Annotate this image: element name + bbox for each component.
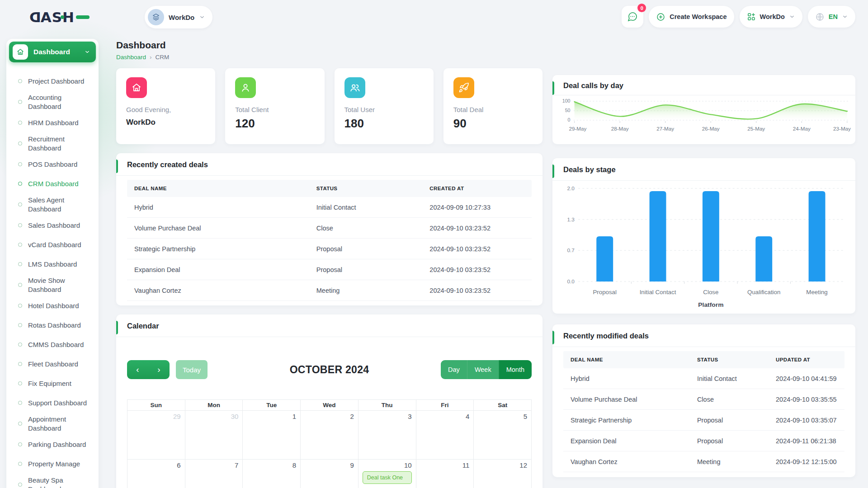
sidebar-item-support-dashboard[interactable]: Support Dashboard xyxy=(6,393,99,413)
sidebar-item-label: Fleet Dashboard xyxy=(28,360,78,369)
view-day-button[interactable]: Day xyxy=(441,360,467,379)
sidebar-item-beauty-spa-dashboard[interactable]: Beauty Spa Dashboard xyxy=(6,474,99,488)
sidebar: Dashboard Project DashboardAccounting Da… xyxy=(6,39,99,488)
sidebar-item-parking-dashboard[interactable]: Parking Dashboard xyxy=(6,435,99,454)
user-icon xyxy=(235,77,256,98)
calendar-day-cell[interactable]: 3 xyxy=(359,411,416,460)
sidebar-item-label: Project Dashboard xyxy=(28,77,84,86)
calendar-day-cell[interactable]: 30 xyxy=(185,411,243,460)
bullet-circle-icon xyxy=(18,182,22,186)
calendar-day-cell[interactable]: 4 xyxy=(416,411,474,460)
table-row[interactable]: Expansion DealProposal2024-09-11 06:21:3… xyxy=(563,431,844,451)
chevron-down-icon xyxy=(842,14,848,20)
calendar-day-cell[interactable]: 7 xyxy=(185,460,243,488)
recently-created-deals-card: Recently created deals DEAL NAMESTATUSCR… xyxy=(116,153,542,305)
day-number: 7 xyxy=(189,461,239,469)
column-header: DEAL NAME xyxy=(563,351,690,368)
calendar-day-cell[interactable]: 10Deal task One xyxy=(359,460,416,488)
table-row[interactable]: Strategic PartnershipProposal2024-09-10 … xyxy=(563,410,844,431)
table-row[interactable]: Strategic PartnershipProposal2024-09-10 … xyxy=(127,239,532,259)
sidebar-item-property-manage[interactable]: Property Manage xyxy=(6,454,99,474)
stat-value: 90 xyxy=(453,117,533,131)
workspace-pill[interactable]: WorkDo xyxy=(145,6,212,28)
sidebar-item-hrm-dashboard[interactable]: HRM Dashboard xyxy=(6,113,99,132)
column-header: CREATED AT xyxy=(422,180,532,197)
sidebar-item-hotel-dashboard[interactable]: Hotel Dashboard xyxy=(6,296,99,315)
stat-card-total-user: Total User180 xyxy=(335,68,434,144)
day-number: 10 xyxy=(363,461,412,469)
sidebar-item-pos-dashboard[interactable]: POS Dashboard xyxy=(6,155,99,174)
today-button[interactable]: Today xyxy=(176,360,208,379)
sidebar-item-movie-show-dashboard[interactable]: Movie Show Dashboard xyxy=(6,274,99,296)
day-number: 4 xyxy=(420,413,470,420)
prev-month-button[interactable]: ‹ xyxy=(127,360,148,379)
day-number: 9 xyxy=(305,461,354,469)
table-row[interactable]: Volume Purchase DealClose2024-09-10 03:2… xyxy=(127,218,532,239)
create-workspace-button[interactable]: Create Workspace xyxy=(649,6,734,28)
bullet-circle-icon xyxy=(18,462,22,466)
table-cell: Close xyxy=(309,218,423,238)
breadcrumb-dashboard-link[interactable]: Dashboard xyxy=(116,54,146,61)
table-cell: 2024-09-10 03:23:52 xyxy=(422,259,532,280)
chevron-left-icon: ‹ xyxy=(136,365,139,375)
language-selector[interactable]: EN xyxy=(808,6,855,28)
sidebar-dashboard-toggle[interactable]: Dashboard xyxy=(9,42,96,62)
sidebar-item-sales-agent-dashboard[interactable]: Sales Agent Dashboard xyxy=(6,193,99,216)
sidebar-item-sales-dashboard[interactable]: Sales Dashboard xyxy=(6,216,99,235)
day-number: 12 xyxy=(478,461,527,469)
calendar-day-cell[interactable]: 9 xyxy=(301,460,359,488)
calendar-day-cell[interactable]: 12 xyxy=(474,460,532,488)
calendar-day-cell[interactable]: 29 xyxy=(127,411,185,460)
table-row[interactable]: HybridInitial Contact2024-09-10 04:41:59 xyxy=(563,368,844,389)
sidebar-item-vcard-dashboard[interactable]: vCard Dashboard xyxy=(6,235,99,254)
view-week-button[interactable]: Week xyxy=(467,360,499,379)
table-row[interactable]: Vaughan CortezMeeting2024-09-12 12:15:00 xyxy=(563,451,844,472)
table-row[interactable]: HybridInitial Contact2024-09-09 10:27:33 xyxy=(127,197,532,218)
calendar-day-cell[interactable]: 2 xyxy=(301,411,359,460)
workspace-switcher-button[interactable]: WorkDo xyxy=(740,6,802,28)
calendar-day-cell[interactable]: 8 xyxy=(243,460,301,488)
table-row[interactable]: Vaughan CortezMeeting2024-09-10 03:23:52 xyxy=(127,280,532,301)
sidebar-item-label: Recruitment Dashboard xyxy=(28,135,93,152)
sidebar-item-crm-dashboard[interactable]: CRM Dashboard xyxy=(6,174,99,193)
bullet-circle-icon xyxy=(18,141,22,145)
sidebar-item-lms-dashboard[interactable]: LMS Dashboard xyxy=(6,254,99,274)
messages-badge: 0 xyxy=(637,4,646,12)
sidebar-item-fleet-dashboard[interactable]: Fleet Dashboard xyxy=(6,354,99,374)
home-icon xyxy=(13,44,28,60)
day-number: 6 xyxy=(132,461,181,469)
card-title: Calendar xyxy=(127,322,159,330)
calendar-day-headers: SunMonTueWedThuFriSat xyxy=(127,400,532,411)
table-row[interactable]: Expansion DealProposal2024-09-10 03:23:5… xyxy=(127,259,532,280)
sidebar-item-rotas-dashboard[interactable]: Rotas Dashboard xyxy=(6,315,99,335)
globe-icon xyxy=(815,12,825,22)
sidebar-item-accounting-dashboard[interactable]: Accounting Dashboard xyxy=(6,91,99,113)
sidebar-item-fix-equipment[interactable]: Fix Equipment xyxy=(6,374,99,393)
breadcrumb-current: CRM xyxy=(156,54,170,61)
brand-logo-text: DASH xyxy=(29,9,75,25)
created-deals-table: DEAL NAMESTATUSCREATED ATHybridInitial C… xyxy=(116,176,542,301)
view-month-button[interactable]: Month xyxy=(499,360,532,379)
messages-button[interactable]: 0 xyxy=(622,6,643,28)
sidebar-item-cmms-dashboard[interactable]: CMMS Dashboard xyxy=(6,335,99,354)
bullet-circle-icon xyxy=(18,343,22,347)
day-number: 3 xyxy=(363,413,412,420)
sidebar-item-appointment-dashboard[interactable]: Appointment Dashboard xyxy=(6,413,99,435)
calendar-day-cell[interactable]: 11 xyxy=(416,460,474,488)
svg-text:1.3: 1.3 xyxy=(567,216,574,222)
table-cell: Expansion Deal xyxy=(127,259,309,280)
calendar-day-cell[interactable]: 6 xyxy=(127,460,185,488)
table-row[interactable]: Volume Purchase DealClose2024-09-10 03:3… xyxy=(563,389,844,410)
users-icon xyxy=(344,77,365,98)
sidebar-item-recruitment-dashboard[interactable]: Recruitment Dashboard xyxy=(6,132,99,155)
day-number: 8 xyxy=(247,461,296,469)
day-number: 5 xyxy=(478,413,527,420)
calendar-day-cell[interactable]: 5 xyxy=(474,411,532,460)
sidebar-item-label: Property Manage xyxy=(28,460,80,469)
calendar-day-cell[interactable]: 1 xyxy=(243,411,301,460)
calendar-event[interactable]: Deal task One xyxy=(363,471,412,484)
calendar-card: Calendar ‹ › Today OCTOBER 2024 DayWeekM… xyxy=(116,314,542,488)
card-title: Deal calls by day xyxy=(563,81,623,90)
sidebar-item-project-dashboard[interactable]: Project Dashboard xyxy=(6,71,99,91)
next-month-button[interactable]: › xyxy=(148,360,170,379)
